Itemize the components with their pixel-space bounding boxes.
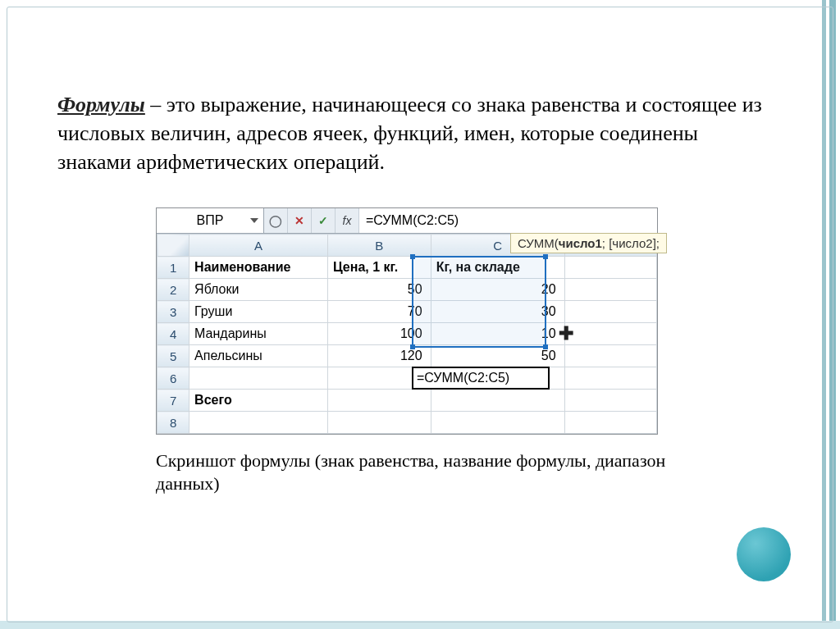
table-row: 1 Наименование Цена, 1 кг. Кг, на складе <box>158 257 657 279</box>
formula-input-value: =СУММ(C2:C5) <box>366 213 459 228</box>
cancel-icon[interactable]: ✕ <box>288 208 312 233</box>
cell[interactable]: 70 <box>327 301 431 323</box>
cell[interactable]: Наименование <box>189 257 328 279</box>
name-box-value: ВПР <box>197 213 224 228</box>
cell[interactable] <box>564 301 656 323</box>
row-header[interactable]: 2 <box>158 279 189 301</box>
tooltip-arg1: число1 <box>559 236 602 250</box>
cell[interactable] <box>564 323 656 345</box>
row-header[interactable]: 3 <box>158 301 189 323</box>
decor-circle <box>737 527 791 581</box>
table-row: 4 Мандарины 100 10 <box>158 323 657 345</box>
cell[interactable] <box>431 412 564 434</box>
cell[interactable] <box>564 257 656 279</box>
cell[interactable]: 50 <box>431 345 564 367</box>
definition-term: Формулы <box>57 93 145 116</box>
cell[interactable] <box>564 367 656 390</box>
row-header[interactable]: 6 <box>158 367 189 390</box>
row-header[interactable]: 7 <box>158 390 189 412</box>
col-header-a[interactable]: A <box>189 235 328 257</box>
cell[interactable] <box>327 390 431 412</box>
cell[interactable] <box>564 345 656 367</box>
definition-text: Формулы – это выражение, начинающееся со… <box>57 90 763 176</box>
function-tooltip: СУММ(число1; [число2]; <box>510 233 667 253</box>
cell[interactable]: 100 <box>327 323 431 345</box>
cell[interactable]: 120 <box>327 345 431 367</box>
caption-text: Скриншот формулы (знак равенства, назван… <box>156 449 681 495</box>
content-area: Формулы – это выражение, начинающееся со… <box>57 90 763 495</box>
cell[interactable] <box>564 279 656 301</box>
formula-bar: ВПР ◯ ✕ ✓ fx =СУММ(C2:C5) <box>157 208 657 234</box>
cell[interactable] <box>564 390 656 412</box>
tooltip-arg-rest: ; [число2]; <box>602 236 660 250</box>
cell[interactable] <box>564 412 656 434</box>
cell[interactable]: 30 <box>431 301 564 323</box>
table-row: 8 <box>158 412 657 434</box>
definition-body: – это выражение, начинающееся со знака р… <box>57 93 762 174</box>
table-row: 3 Груши 70 30 <box>158 301 657 323</box>
cell[interactable] <box>431 390 564 412</box>
expand-icon[interactable]: ◯ <box>264 208 288 233</box>
cell[interactable]: 20 <box>431 279 564 301</box>
spreadsheet-grid[interactable]: A B C 1 Наименование Цена, 1 кг. Кг, на … <box>157 234 657 434</box>
cell[interactable] <box>327 367 431 390</box>
tooltip-fn: СУММ <box>518 236 555 250</box>
row-header[interactable]: 4 <box>158 323 189 345</box>
name-box[interactable]: ВПР <box>157 208 264 233</box>
table-row: 2 Яблоки 50 20 <box>158 279 657 301</box>
fx-icon[interactable]: fx <box>336 208 359 233</box>
row-header[interactable]: 5 <box>158 345 189 367</box>
cell[interactable]: Кг, на складе <box>431 257 564 279</box>
cell[interactable] <box>327 412 431 434</box>
col-header-b[interactable]: B <box>327 235 431 257</box>
cell[interactable] <box>189 412 328 434</box>
cell[interactable]: Яблоки <box>189 279 328 301</box>
select-all-corner[interactable] <box>158 235 189 257</box>
formula-input[interactable]: =СУММ(C2:C5) <box>359 208 657 233</box>
cell[interactable]: Мандарины <box>189 323 328 345</box>
cell[interactable]: Апельсины <box>189 345 328 367</box>
chevron-down-icon[interactable] <box>250 218 258 223</box>
slide: Формулы – это выражение, начинающееся со… <box>0 0 840 629</box>
enter-icon[interactable]: ✓ <box>312 208 336 233</box>
excel-screenshot: ВПР ◯ ✕ ✓ fx =СУММ(C2:C5) СУММ(число1; [… <box>156 207 658 435</box>
cell[interactable]: Всего <box>189 390 328 412</box>
cell[interactable]: Груши <box>189 301 328 323</box>
row-header[interactable]: 1 <box>158 257 189 279</box>
row-header[interactable]: 8 <box>158 412 189 434</box>
cell[interactable]: 10 <box>431 323 564 345</box>
table-row: 5 Апельсины 120 50 <box>158 345 657 367</box>
cell[interactable]: Цена, 1 кг. <box>327 257 431 279</box>
table-row: 7 Всего <box>158 390 657 412</box>
cell[interactable] <box>431 367 564 390</box>
cell[interactable] <box>189 367 328 390</box>
table-row: 6 <box>158 367 657 390</box>
cell[interactable]: 50 <box>327 279 431 301</box>
